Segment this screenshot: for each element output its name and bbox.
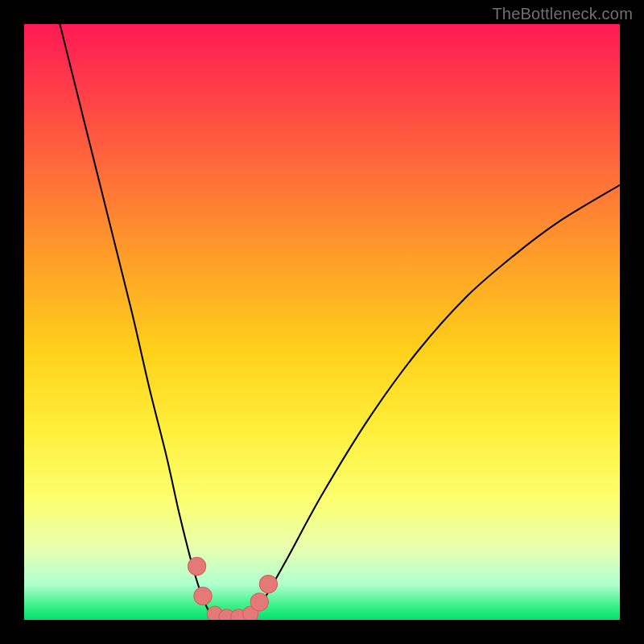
curve-layer bbox=[24, 24, 620, 620]
watermark-text: TheBottleneck.com bbox=[492, 5, 633, 23]
plot-area bbox=[24, 24, 620, 620]
marker-dot bbox=[194, 587, 212, 605]
highlight-dots bbox=[188, 557, 278, 620]
marker-dot bbox=[250, 593, 268, 611]
marker-dot bbox=[188, 557, 206, 575]
bottleneck-curve bbox=[60, 24, 620, 620]
chart-frame: TheBottleneck.com bbox=[0, 0, 644, 644]
marker-dot bbox=[259, 576, 277, 593]
